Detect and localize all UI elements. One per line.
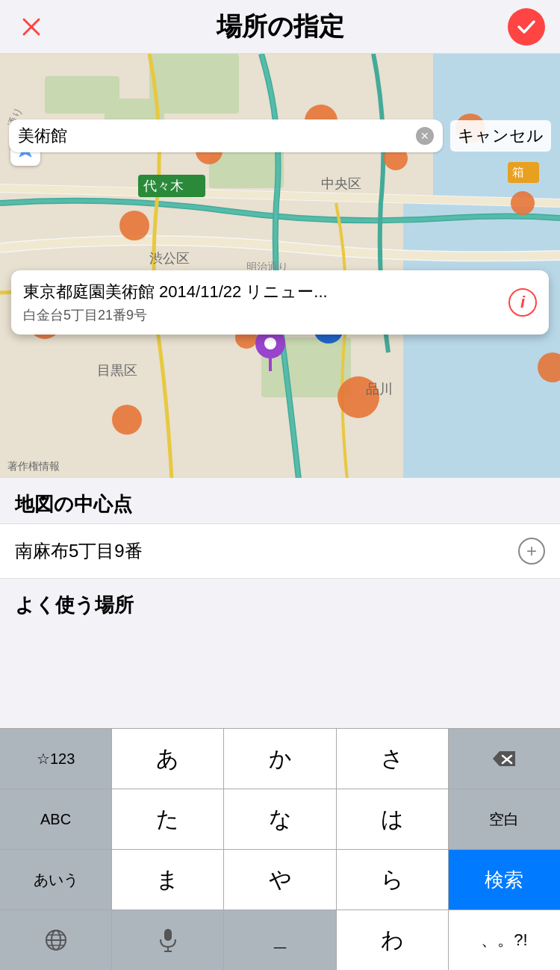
- key-ka[interactable]: か: [224, 729, 336, 789]
- confirm-button[interactable]: [508, 8, 545, 46]
- location-row[interactable]: 南麻布5丁目9番 +: [0, 523, 560, 579]
- svg-point-30: [511, 191, 535, 215]
- key-punctuation[interactable]: 、。?!: [449, 910, 560, 970]
- svg-point-25: [119, 211, 149, 240]
- svg-text:目黒区: 目黒区: [97, 363, 137, 378]
- svg-point-36: [264, 338, 276, 349]
- key-search[interactable]: 検索: [449, 850, 560, 910]
- svg-rect-7: [45, 76, 119, 114]
- key-sa[interactable]: さ: [337, 729, 449, 789]
- key-ha[interactable]: は: [337, 789, 449, 849]
- keyboard-row-4: ＿ わ 、。?!: [0, 910, 560, 970]
- svg-text:渋公区: 渋公区: [149, 251, 190, 266]
- location-section: 地図の中心点 南麻布5丁目9番 + よく使う場所: [0, 478, 560, 624]
- search-bar-area: ✕ キャンセル: [0, 114, 560, 158]
- page-title: 場所の指定: [217, 10, 344, 44]
- callout-title: 東京都庭園美術館 2014/11/22 リニュー...: [23, 281, 328, 303]
- close-button[interactable]: [15, 10, 48, 43]
- location-address: 南麻布5丁目9番: [15, 539, 143, 563]
- key-underscore[interactable]: ＿: [224, 910, 336, 970]
- search-bar[interactable]: ✕: [9, 119, 443, 152]
- callout-subtitle: 白金台5丁目21番9号: [23, 306, 328, 324]
- search-input[interactable]: [18, 126, 416, 146]
- key-ya[interactable]: や: [224, 850, 336, 910]
- add-location-button[interactable]: +: [518, 538, 545, 565]
- key-sym123[interactable]: ☆123: [0, 729, 112, 789]
- map-area[interactable]: 渋公区 中央区 港区 目黒区 代々木 芝浦 箱 1: [0, 54, 560, 479]
- key-globe[interactable]: [0, 910, 112, 970]
- svg-rect-50: [164, 929, 172, 941]
- keyboard-row-1: ☆123 あ か さ: [0, 728, 560, 789]
- key-space[interactable]: 空白: [449, 789, 560, 849]
- svg-text:代々木: 代々木: [143, 178, 184, 193]
- key-abc[interactable]: ABC: [0, 789, 112, 849]
- key-delete[interactable]: [449, 729, 560, 789]
- key-mic[interactable]: [112, 910, 224, 970]
- svg-point-31: [112, 405, 142, 435]
- keyboard-row-2: ABC た な は 空白: [0, 789, 560, 849]
- key-wa[interactable]: わ: [337, 910, 449, 970]
- keyboard: ☆123 あ か さ ABC た な は 空白 あいう ま や ら: [0, 728, 560, 970]
- key-ra[interactable]: ら: [337, 850, 449, 910]
- callout-info-button[interactable]: i: [508, 288, 537, 317]
- header: 場所の指定: [0, 0, 560, 54]
- key-ma[interactable]: ま: [112, 850, 224, 910]
- svg-text:中央区: 中央区: [321, 176, 361, 191]
- key-ta[interactable]: た: [112, 789, 224, 849]
- keyboard-rows: ☆123 あ か さ ABC た な は 空白 あいう ま や ら: [0, 728, 560, 970]
- cancel-button[interactable]: キャンセル: [450, 120, 551, 152]
- map-callout[interactable]: 東京都庭園美術館 2014/11/22 リニュー... 白金台5丁目21番9号 …: [11, 270, 549, 335]
- favorites-header: よく使う場所: [0, 579, 560, 624]
- callout-content: 東京都庭園美術館 2014/11/22 リニュー... 白金台5丁目21番9号: [23, 281, 328, 324]
- search-clear-button[interactable]: ✕: [416, 127, 434, 145]
- copyright-text: 著作権情報: [7, 460, 60, 473]
- svg-text:品川: 品川: [366, 382, 393, 397]
- key-a[interactable]: あ: [112, 729, 224, 789]
- key-aiueo[interactable]: あいう: [0, 850, 112, 910]
- map-center-header: 地図の中心点: [0, 478, 560, 523]
- keyboard-row-3: あいう ま や ら 検索: [0, 849, 560, 910]
- svg-text:箱: 箱: [512, 166, 524, 178]
- svg-rect-4: [403, 203, 560, 479]
- key-na[interactable]: な: [224, 789, 336, 849]
